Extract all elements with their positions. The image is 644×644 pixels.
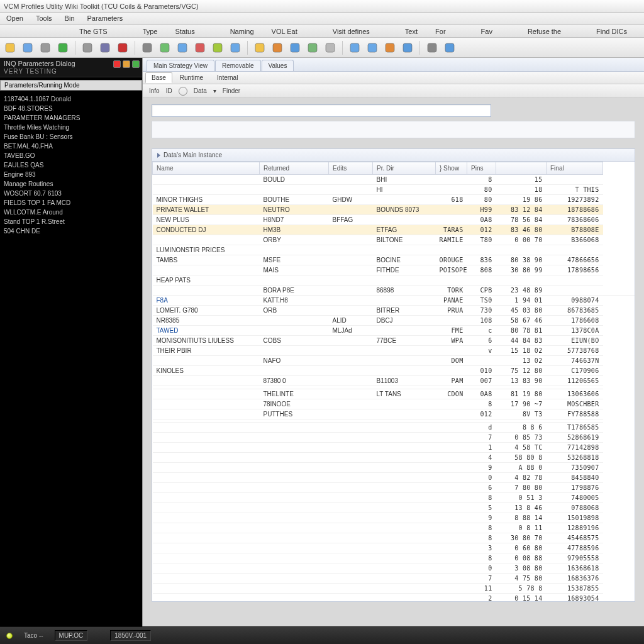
clock-icon[interactable] <box>210 40 225 55</box>
menu-item[interactable]: Bin <box>58 13 81 25</box>
table-row[interactable]: 74 75 8016836376 <box>153 574 635 584</box>
disk-red-icon[interactable] <box>192 40 208 55</box>
outer-tab[interactable]: Values <box>262 60 294 71</box>
column-header[interactable]: Pr. Dir <box>373 162 436 175</box>
navigator-item[interactable]: Throttle Miles Watching <box>4 123 138 132</box>
help-icon[interactable] <box>400 40 415 55</box>
menu-item[interactable]: Tools <box>30 13 58 25</box>
menu-item[interactable]: For <box>426 26 455 36</box>
stop-icon[interactable] <box>115 40 130 55</box>
menu-item[interactable]: The GTS <box>70 26 116 36</box>
refresh-small-icon[interactable] <box>179 87 187 96</box>
menu-item[interactable] <box>501 30 519 33</box>
table-row[interactable]: 87380 0B11003PAM00713 83 9011206565 <box>153 376 635 386</box>
menu-item[interactable] <box>204 30 221 33</box>
export-icon[interactable] <box>270 40 285 55</box>
table-row[interactable]: LUMINONSTIR PRICES <box>153 245 635 255</box>
column-header[interactable]: Returned <box>260 162 329 175</box>
menu-item[interactable]: Find DICs <box>587 26 636 36</box>
navigator-item[interactable]: FIELDS TOP 1 FA MCD <box>4 198 138 208</box>
inner-tab[interactable]: Runtime <box>174 72 209 83</box>
menu-item[interactable]: Parameters <box>81 13 130 25</box>
menu-item[interactable]: Refuse the <box>519 26 570 36</box>
menu-item[interactable] <box>0 30 18 33</box>
menu-item[interactable]: Status <box>166 26 203 36</box>
menu-item[interactable] <box>116 30 134 33</box>
note-icon[interactable] <box>382 40 397 55</box>
table-row[interactable]: 80 8 1112889196 <box>153 523 635 533</box>
minibar-item[interactable]: Finder <box>223 87 240 94</box>
chart-blue-icon[interactable] <box>287 40 303 55</box>
table-row[interactable]: KINOLES01075 12 80C170906 <box>153 366 635 376</box>
table-row[interactable]: MINOR THIGHSBOUTHEGHDW6188019 8619273892 <box>153 195 635 205</box>
minibar-item[interactable]: Info <box>149 87 160 94</box>
cloud-icon[interactable] <box>323 40 338 55</box>
outer-tab[interactable]: Main Strategy View <box>147 60 214 71</box>
inner-tab[interactable]: Base <box>145 72 172 83</box>
table-row[interactable]: F8AKATT.H8PANAETS01 94 010988074 <box>153 296 635 306</box>
table-row[interactable]: ORBYBILTONERAMILET800 00 70B366068 <box>153 235 635 245</box>
table-row[interactable]: d8 8 6T1786585 <box>153 423 635 433</box>
world2-icon[interactable] <box>365 40 380 55</box>
chart-green-icon[interactable] <box>305 40 320 55</box>
table-row[interactable]: PRIVATE WALLETNEUTROBOUNDS 8073H9983 12 … <box>153 205 635 215</box>
navigator-item[interactable]: TAVEB.GO <box>4 151 138 160</box>
table-row[interactable]: HI8018T THIS <box>153 185 635 195</box>
navigator-item[interactable]: WLLCOTM.E Around <box>4 208 138 217</box>
section-header[interactable]: Data's Main Instance <box>152 148 635 162</box>
navigator-selected-item[interactable]: Parameters/Running Mode <box>0 80 142 91</box>
table-row[interactable]: 04 82 788458840 <box>153 473 635 483</box>
table-row[interactable]: BOULDBHI815 <box>153 175 635 185</box>
table-row[interactable]: 9A 88 07350907 <box>153 463 635 473</box>
search-input[interactable] <box>152 104 491 117</box>
table-row[interactable]: 14 58 TC77142898 <box>153 443 635 453</box>
menu-item[interactable]: VOL Eat <box>263 26 306 36</box>
column-header[interactable]: } Show <box>436 162 467 175</box>
phone-icon[interactable] <box>97 40 113 55</box>
nav-icon[interactable] <box>442 40 457 55</box>
table-row[interactable]: 513 8 460788068 <box>153 503 635 513</box>
wand-icon[interactable] <box>425 40 440 55</box>
menu-item[interactable]: Fav <box>472 26 501 36</box>
table-row[interactable]: 78INOOE817 90 ~7MOSCHBER <box>153 399 635 409</box>
data-grid[interactable]: NameReturnedEditsPr. Dir} ShowPinsFinal … <box>152 162 635 602</box>
menu-item[interactable]: Type <box>134 26 167 36</box>
module-icon[interactable] <box>38 40 53 55</box>
column-header[interactable]: Pins <box>467 162 496 175</box>
menu-item[interactable] <box>53 30 70 33</box>
minibar-item[interactable]: Data <box>194 87 207 94</box>
navigator-item[interactable]: Fuse Bank BU : Sensors <box>4 132 138 142</box>
table-row[interactable]: 115 78 815387855 <box>153 584 635 594</box>
menu-item[interactable] <box>18 30 35 33</box>
table-row[interactable]: HEAP PATS <box>153 275 635 286</box>
save-icon[interactable] <box>20 40 35 55</box>
table-row[interactable]: MONISONITIUTS LIULESSCOBS77BCEWPA644 84 … <box>153 336 635 346</box>
table-row[interactable]: TAWEDMLJAdFMEc80 78 811378C0A <box>153 326 635 336</box>
refresh-icon[interactable] <box>55 40 70 55</box>
menu-item[interactable]: Text <box>396 26 426 36</box>
menu-item[interactable] <box>306 30 324 33</box>
table-row[interactable]: 98 88 1415019898 <box>153 513 635 523</box>
disk-green-icon[interactable] <box>157 40 172 55</box>
navigator-item[interactable]: 1187404.1.1067 Donald <box>4 94 138 104</box>
table-row[interactable]: LOMEIT. G780ORBBITRERPRUA73045 03 808678… <box>153 306 635 316</box>
table-row[interactable]: 03 08 8016368618 <box>153 564 635 574</box>
column-header[interactable]: Name <box>153 162 260 175</box>
disk-blue-icon[interactable] <box>175 40 190 55</box>
globe-icon[interactable] <box>228 40 243 55</box>
table-row[interactable]: NEW PLUSH8ND7BFFAG0A878 56 8478368606 <box>153 215 635 225</box>
navigator-item[interactable]: BET.MAL 40.FHA <box>4 142 138 151</box>
outer-tab[interactable]: Removable <box>215 60 261 71</box>
table-row[interactable]: 80 08 8897905558 <box>153 553 635 564</box>
folder-icon[interactable] <box>3 40 18 55</box>
inner-tab[interactable]: Internal <box>211 72 244 83</box>
table-row[interactable]: BORA P8E86898TORKCPB23 48 89 <box>153 286 635 296</box>
menu-item[interactable]: Naming <box>221 26 263 36</box>
gear-icon[interactable] <box>140 40 155 55</box>
table-row[interactable]: TAMBSMSFEBOCINEOROUGE83680 38 9047866656 <box>153 255 635 265</box>
navigator-item[interactable]: 504 CHN DE <box>4 226 138 236</box>
menu-item[interactable] <box>570 30 587 33</box>
navigator-item[interactable]: EAULES QAS <box>4 160 138 170</box>
table-row[interactable]: 458 80 853268818 <box>153 453 635 463</box>
table-row[interactable]: NR8385ALIDDBCJ10858 67 461786608 <box>153 316 635 326</box>
